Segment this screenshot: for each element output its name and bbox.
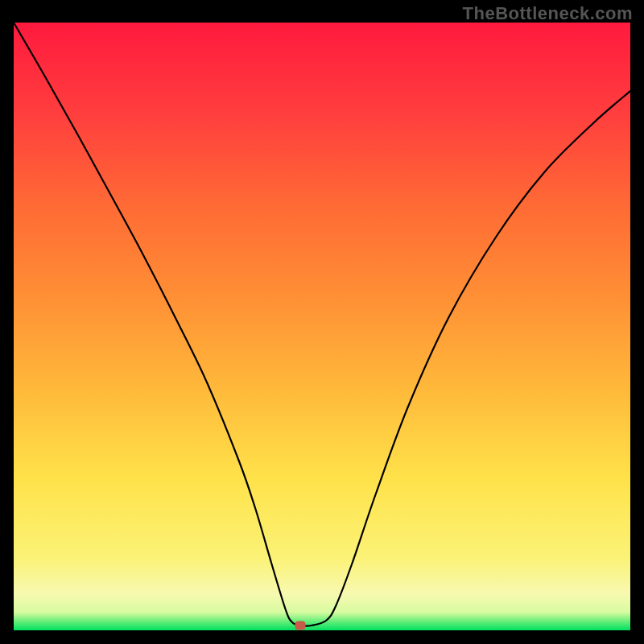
chart-svg bbox=[14, 23, 630, 630]
chart-area bbox=[14, 23, 630, 630]
gradient-background bbox=[14, 23, 630, 630]
watermark-text: TheBottleneck.com bbox=[463, 3, 633, 24]
marker-dot bbox=[295, 621, 306, 630]
